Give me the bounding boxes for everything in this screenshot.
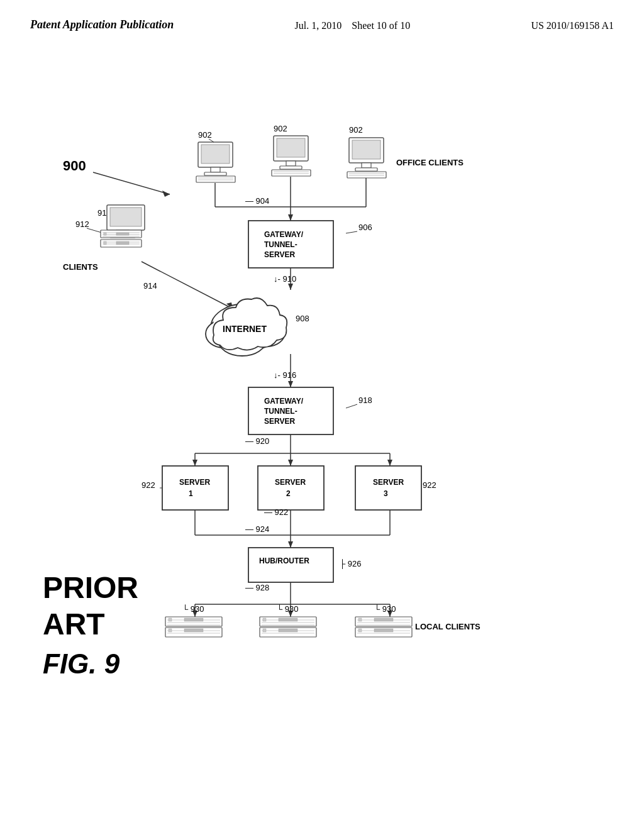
svg-text:TUNNEL-: TUNNEL- [264, 240, 297, 249]
ref-902a: 902 [198, 130, 212, 140]
ref-900: 900 [63, 158, 86, 174]
ref-908: 908 [296, 314, 309, 323]
svg-text:HUB/ROUTER: HUB/ROUTER [259, 556, 309, 565]
svg-text:ART: ART [43, 607, 105, 641]
svg-rect-51 [116, 241, 129, 245]
svg-rect-131 [358, 629, 362, 632]
svg-rect-120 [263, 629, 266, 632]
ref-906: 906 [358, 223, 372, 232]
svg-text:SERVER: SERVER [373, 478, 404, 487]
publication-title: Patent Application Publication [30, 18, 174, 32]
server2-box [258, 466, 324, 510]
svg-text:SERVER: SERVER [264, 250, 295, 259]
ref-928: — 928 [245, 583, 269, 592]
internet-cloud: INTERNET [206, 298, 287, 356]
ref-930a: └ 930 [182, 604, 204, 614]
ref-922a: 922 [142, 480, 155, 490]
svg-line-0 [93, 172, 170, 194]
svg-text:GATEWAY/: GATEWAY/ [264, 397, 304, 406]
svg-rect-4 [211, 167, 220, 172]
ref-930b: └ 930 [277, 604, 299, 614]
ref-918: 918 [358, 396, 372, 405]
svg-rect-5 [204, 172, 226, 175]
local-client-1 [165, 617, 222, 626]
server3-box [355, 466, 421, 510]
svg-marker-64 [288, 381, 293, 387]
svg-rect-132 [374, 629, 393, 632]
svg-line-30 [346, 231, 357, 233]
diagram-svg: 900 902 [0, 38, 644, 780]
svg-rect-6 [196, 176, 235, 182]
svg-rect-110 [184, 629, 203, 632]
svg-rect-116 [279, 618, 297, 621]
publication-date: Jul. 1, 2010 Sheet 10 of 10 [295, 20, 411, 31]
local-client-3b [355, 628, 412, 637]
svg-text:TUNNEL-: TUNNEL- [264, 407, 297, 416]
svg-rect-20 [355, 168, 377, 171]
svg-rect-13 [280, 166, 302, 169]
svg-rect-12 [286, 161, 296, 166]
svg-text:1: 1 [189, 489, 193, 498]
computer-office-1 [196, 142, 235, 182]
prior-art-label: PRIOR [43, 571, 138, 604]
svg-marker-34 [288, 284, 293, 290]
ref-910: ↓- 910 [274, 274, 296, 284]
svg-rect-18 [352, 140, 380, 159]
svg-rect-50 [104, 241, 106, 245]
ref-902c: 902 [349, 125, 363, 135]
svg-text:SERVER: SERVER [275, 478, 306, 487]
patent-number: US 2010/169158 A1 [531, 20, 614, 31]
svg-text:SERVER: SERVER [264, 417, 295, 426]
local-client-3 [355, 617, 412, 626]
computer-office-3 [347, 138, 386, 178]
ref-902b: 902 [274, 124, 287, 133]
page-header: Patent Application Publication Jul. 1, 2… [0, 0, 644, 32]
svg-rect-127 [374, 618, 393, 621]
svg-rect-45 [104, 233, 106, 235]
svg-rect-11 [277, 138, 305, 157]
svg-marker-29 [288, 214, 293, 221]
ref-914: 914 [143, 281, 157, 290]
svg-rect-109 [169, 629, 172, 632]
svg-marker-76 [387, 460, 392, 466]
svg-marker-74 [288, 460, 293, 466]
svg-text:INTERNET: INTERNET [223, 324, 267, 334]
svg-rect-21 [347, 172, 386, 178]
clients-label: CLIENTS [63, 262, 98, 272]
svg-rect-104 [169, 618, 172, 621]
ref-904: — 904 [245, 196, 269, 206]
ref-930c: └ 930 [374, 604, 396, 614]
local-client-2b [260, 628, 316, 637]
svg-rect-38 [110, 208, 142, 226]
svg-text:SERVER: SERVER [179, 478, 210, 487]
gateway-server-top-label: GATEWAY/ [264, 230, 304, 239]
ref-912b: 912 [75, 219, 89, 229]
ref-916: ↓- 916 [274, 370, 296, 380]
svg-rect-46 [116, 233, 129, 235]
ref-924: — 924 [245, 524, 269, 534]
svg-rect-115 [263, 618, 266, 621]
svg-marker-72 [192, 460, 197, 466]
computer-office-2 [272, 136, 311, 176]
local-client-2 [260, 617, 316, 626]
svg-rect-3 [201, 145, 230, 163]
local-client-1b [165, 628, 222, 637]
local-clients-label: LOCAL CLIENTS [415, 622, 480, 631]
svg-text:2: 2 [286, 489, 291, 498]
svg-rect-19 [362, 163, 371, 168]
server1-box [162, 466, 228, 510]
svg-text:3: 3 [384, 489, 388, 498]
svg-line-65 [346, 404, 357, 408]
svg-rect-121 [279, 629, 297, 632]
fig9-label: FIG. 9 [43, 648, 120, 679]
ref-920: — 920 [245, 436, 269, 446]
ref-922b: — 922 [264, 507, 288, 517]
svg-rect-105 [184, 618, 203, 621]
svg-marker-90 [288, 541, 293, 548]
ref-926: ├ 926 [340, 559, 362, 569]
office-clients-label: OFFICE CLIENTS [396, 158, 464, 167]
diagram-area: 900 902 [0, 38, 644, 780]
svg-rect-126 [358, 618, 362, 621]
svg-rect-14 [272, 170, 311, 176]
client-computer-2 [101, 230, 142, 238]
